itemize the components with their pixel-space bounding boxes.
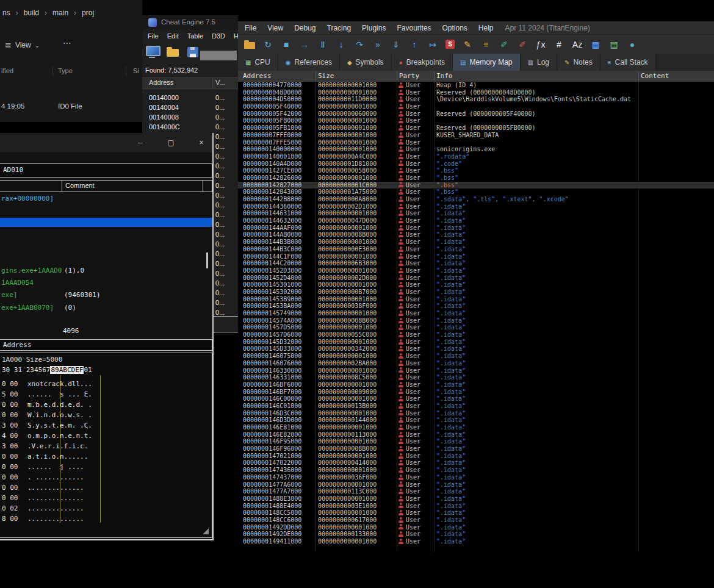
memory-map-row[interactable]: 0000000140A4D0000000000001D81000User".co… [238,160,714,168]
explorer-column-2[interactable]: Si [133,67,139,74]
memory-map-row[interactable]: 0000000148CC50000000000000001000User".id… [238,509,714,517]
scan-result-row[interactable]: 0014000C0... [142,123,238,132]
memory-map-row[interactable]: 000000014633100000000000008C5000User".id… [238,374,714,381]
memory-map-row[interactable]: 00000001446310000000000000001000User".id… [238,210,714,217]
memory-map-row[interactable]: 00000001452D4000000000000002D000User".id… [238,274,714,282]
close-icon[interactable]: × [195,137,207,149]
column-header-address[interactable]: Address [243,72,271,80]
skip-icon[interactable]: ↦ [427,38,438,51]
restart-icon[interactable]: ↻ [262,38,273,51]
patch-icon[interactable]: ≡ [480,38,491,51]
ce-menu-help[interactable]: Help [229,32,238,40]
memory-map-row[interactable]: 0000000144B3B0000000000000001000User".id… [238,238,714,246]
memory-map-row[interactable]: 000000007FFE50000000000000001000User [238,139,714,146]
breadcrumb-item-build[interactable]: build [24,9,39,17]
memory-map-row[interactable]: 00000001477A60000000000000001000User".id… [238,481,714,489]
menu-plugins[interactable]: Plugins [356,24,391,32]
step-out-icon[interactable]: ⇓ [391,38,402,51]
memory-map-row[interactable]: 00000001492DD0000000000000001000User".id… [238,524,714,531]
resize-grip[interactable] [203,528,209,534]
memory-map-row[interactable]: 0000000005F420000000000000060000UserRese… [238,110,714,118]
memory-map-row[interactable]: 0000000147437000000000000036F000User".id… [238,474,714,481]
symbol-line[interactable]: exe+1AAB0070](0) [1,304,54,312]
tab-call-stack[interactable]: ≡Call Stack [600,54,656,71]
scan-result-row[interactable]: 001400040... [142,103,238,113]
memory-map-row[interactable]: 00000001477A7000000000000113C000User".id… [238,488,714,495]
column-header-address[interactable]: Address [149,79,173,86]
memory-map-row[interactable]: 0000000146C01000000000000013B000User".id… [238,403,714,410]
debugger-titlebar[interactable]: ─▢× [0,133,212,152]
breadcrumb-item-proj[interactable]: proj [82,9,94,17]
symbol-line[interactable]: gins.exe+1AAAD0(1),0 [1,267,62,274]
memory-map-row[interactable]: 00000001453B90000000000000001000User".id… [238,296,714,303]
more-options-button[interactable]: ⋯ [63,38,71,52]
hash-icon[interactable]: # [554,38,564,51]
memory-map-row[interactable]: 00000001470210000000000000001000User".id… [238,453,714,460]
memory-map-row[interactable]: 00000001470220000000000000414000User".id… [238,459,714,467]
trace-over-icon[interactable]: ✐ [517,38,528,51]
memory-map-row[interactable]: 000000014530200000000000000B7000User".id… [238,289,714,296]
memory-map-row[interactable]: 0000000146BF70000000000000009000User".id… [238,389,714,396]
memory-map-row[interactable]: 0000000145D330000000000000342000User".id… [238,345,714,353]
tab-notes[interactable]: ✎Notes [557,54,600,71]
memory-map-row[interactable]: 00000001474360000000000000001000User".id… [238,467,714,474]
menu-options[interactable]: Options [436,24,472,32]
tab-cpu[interactable]: ▦CPU [238,54,278,71]
memory-map-row[interactable]: 0000000144632000000000000047D000User".id… [238,217,714,224]
layout-icon[interactable]: ▦ [590,38,601,51]
column-header-party[interactable]: Party [399,72,419,80]
menu-debug[interactable]: Debug [289,24,321,32]
assemble-icon[interactable]: ✎ [462,38,473,51]
memory-map-row[interactable]: 00000001457490000000000000001000User".id… [238,310,714,317]
column-header-comment[interactable]: Comment [65,182,95,189]
scan-result-row[interactable]: 001400000... [142,93,238,103]
memory-map-row[interactable]: 0000000148CC60000000000000617000User".id… [238,517,714,524]
memory-map-row[interactable]: 0000000144AB0000000000000008B000User".id… [238,231,714,238]
explorer-column-0[interactable]: ified [1,67,13,74]
symbol-line[interactable]: exe](9460301) [1,291,18,299]
scrollbar-thumb[interactable] [206,253,208,268]
tab-memory-map[interactable]: ▤Memory Map [453,54,520,71]
memory-map-row[interactable]: 000000014607600000000000002BA000User".id… [238,360,714,367]
memory-map-row[interactable]: 0000000146D3D0000000000000144000User".id… [238,417,714,424]
memory-map-row[interactable]: 00000001488E30000000000000001000User".id… [238,495,714,503]
memory-map-row[interactable]: 0000000146E820000000000000113000User".id… [238,431,714,439]
tab-symbols[interactable]: ◆Symbols [340,54,392,71]
ce-titlebar[interactable]: Cheat Engine 7.5 [142,15,238,30]
menu-file[interactable]: File [239,24,262,32]
memory-map-row[interactable]: 00000001460750000000000000001000User".id… [238,353,714,360]
minimize-icon[interactable]: ─ [134,137,146,149]
run-icon[interactable]: → [299,38,310,51]
operand-text[interactable]: rax+00000000] [1,195,54,203]
memory-map-row[interactable]: 0000000144AAF0000000000000001000User".id… [238,224,714,232]
memory-map-row[interactable]: 00000001400000000000000000001000Usersoni… [238,146,714,153]
maximize-icon[interactable]: ▢ [165,137,177,149]
memory-map-row[interactable]: 00000001453010000000000000001000User".id… [238,281,714,289]
memory-map-row[interactable]: 0000000005F400000000000000001000User [238,103,714,110]
fx-icon[interactable]: ƒx [535,38,546,51]
open-file-icon[interactable] [244,42,255,49]
memory-map-row[interactable]: 000000014436000000000000002D1000User".id… [238,203,714,210]
run-until-return-icon[interactable]: ↑ [409,38,420,51]
tab-log[interactable]: ▥Log [521,54,557,71]
file-row[interactable]: 4 19:05 ID0 File [0,102,142,112]
globe-icon[interactable]: ● [627,38,638,51]
ce-menu-edit[interactable]: Edit [163,32,183,40]
tab-references[interactable]: ◉References [278,54,340,71]
memory-map-row[interactable]: 0000000146C000000000000000001000User".id… [238,395,714,403]
column-header-info[interactable]: Info [436,72,453,80]
memory-map-row[interactable]: 00000001442B800000000000000A8000User".sd… [238,196,714,203]
menu-help[interactable]: Help [473,24,499,32]
column-header-size[interactable]: Size [318,72,334,80]
pause-icon[interactable]: Ⅱ [317,38,328,51]
memory-map-row[interactable]: 0000000144C1F0000000000000001000User".id… [238,253,714,260]
address-input[interactable]: AD010 [0,163,212,177]
memory-map-row[interactable]: 0000000146BF60000000000000001000User".id… [238,381,714,389]
menu-view[interactable]: View [262,24,289,32]
memory-map-row[interactable]: 0000000146D3C0000000000000001000User".id… [238,410,714,417]
view-button[interactable]: ≣ View ⌄ [5,38,40,52]
memory-map-row[interactable]: 0000000142827000000000000001C000User".bs… [238,182,714,189]
stop-icon[interactable]: ■ [281,38,292,51]
memory-map-row[interactable]: 00000001457D6000000000000055C000User".id… [238,331,714,339]
memory-map-row[interactable]: 0000000146F96000000000000008B000User".id… [238,445,714,453]
